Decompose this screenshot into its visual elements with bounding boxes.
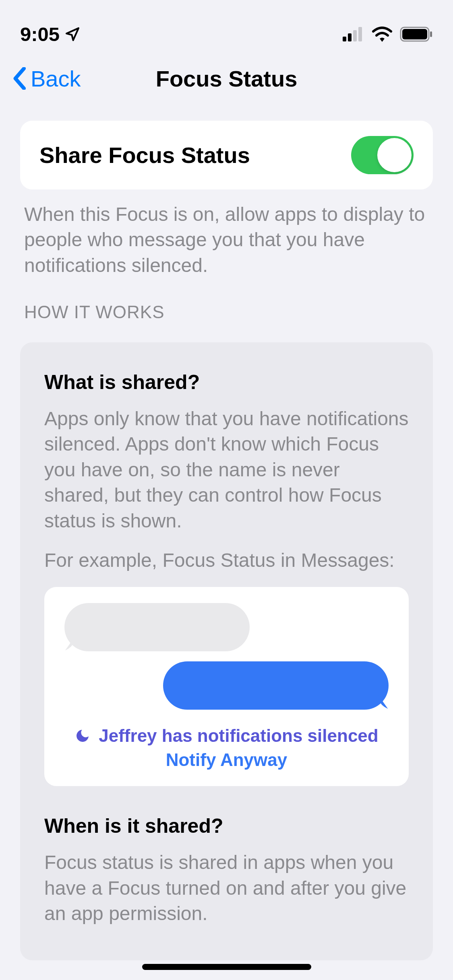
- status-time: 9:05: [20, 23, 60, 45]
- what-shared-body: Apps only know that you have notificatio…: [44, 406, 409, 533]
- back-button[interactable]: Back: [12, 66, 81, 92]
- location-icon: [64, 26, 81, 42]
- example-label: For example, Focus Status in Messages:: [44, 548, 409, 573]
- chevron-back-icon: [12, 67, 27, 90]
- when-shared-body: Focus status is shared in apps when you …: [44, 850, 409, 926]
- sent-bubble-row: [64, 661, 389, 710]
- sent-message-bubble: [163, 661, 389, 710]
- share-focus-toggle-row: Share Focus Status: [20, 121, 433, 189]
- nav-header: Back Focus Status: [0, 52, 453, 109]
- received-bubble-row: [64, 603, 389, 651]
- toggle-label: Share Focus Status: [39, 142, 250, 168]
- svg-rect-5: [402, 29, 427, 39]
- status-time-group: 9:05: [20, 23, 81, 45]
- when-shared-title: When is it shared?: [44, 814, 409, 838]
- toggle-knob: [377, 138, 412, 172]
- content: Share Focus Status When this Focus is on…: [0, 109, 453, 972]
- svg-rect-1: [348, 33, 352, 41]
- svg-rect-3: [358, 27, 362, 41]
- silenced-text: Jeffrey has notifications silenced: [99, 726, 378, 746]
- what-shared-title: What is shared?: [44, 371, 409, 394]
- page-title: Focus Status: [156, 66, 298, 92]
- notify-anyway-button[interactable]: Notify Anyway: [64, 750, 389, 770]
- messages-preview: Jeffrey has notifications silenced Notif…: [44, 587, 409, 786]
- status-bar: 9:05: [0, 0, 453, 52]
- wifi-icon: [372, 27, 393, 42]
- how-it-works-header: HOW IT WORKS: [20, 302, 433, 322]
- back-label: Back: [31, 66, 81, 92]
- focus-notice: Jeffrey has notifications silenced Notif…: [64, 726, 389, 770]
- svg-rect-2: [353, 30, 357, 41]
- status-indicators: [343, 27, 433, 42]
- share-focus-toggle[interactable]: [351, 136, 414, 174]
- cellular-icon: [343, 27, 364, 41]
- home-indicator[interactable]: [142, 964, 311, 970]
- received-message-bubble: [64, 603, 250, 651]
- moon-icon: [74, 728, 91, 744]
- how-it-works-card: What is shared? Apps only know that you …: [20, 342, 433, 960]
- silenced-line: Jeffrey has notifications silenced: [64, 726, 389, 746]
- battery-icon: [400, 27, 433, 42]
- svg-rect-0: [343, 37, 346, 41]
- toggle-description: When this Focus is on, allow apps to dis…: [20, 202, 433, 278]
- svg-rect-6: [430, 31, 432, 37]
